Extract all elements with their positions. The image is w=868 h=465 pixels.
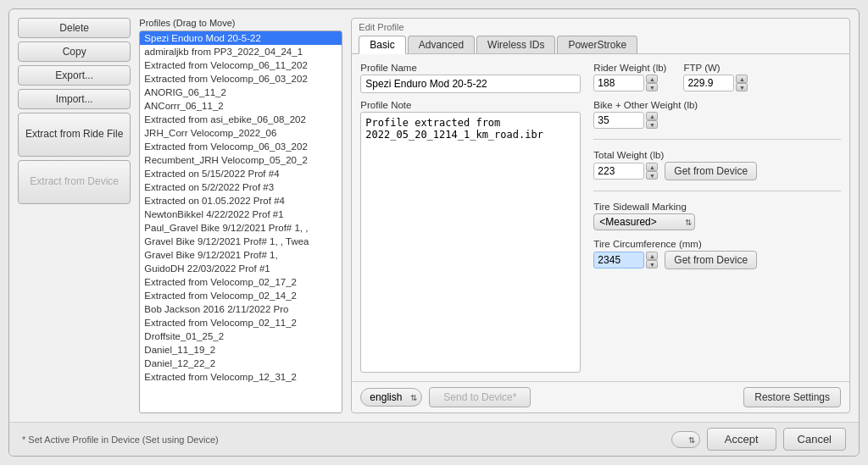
profile-list-item[interactable]: admiraljkb from PP3_2022_04_24_1	[140, 45, 342, 58]
profile-list-item[interactable]: NewtonBikkel 4/22/2022 Prof #1	[140, 208, 342, 221]
tire-circumference-field: ▲ ▼	[593, 252, 658, 268]
ftp-input[interactable]	[683, 75, 734, 91]
rider-weight-group: Rider Weight (lb) ▲ ▼	[593, 63, 666, 91]
divider-1	[593, 139, 841, 140]
get-device-button-1[interactable]: Get from Device	[665, 162, 757, 180]
import-button[interactable]: Import...	[18, 89, 131, 109]
profile-name-label: Profile Name	[360, 63, 581, 73]
tire-circumference-input[interactable]	[593, 252, 644, 268]
profile-note-label: Profile Note	[360, 100, 581, 110]
profile-note-textarea[interactable]	[360, 112, 581, 373]
extract-ride-button[interactable]: Extract from Ride File	[18, 113, 131, 157]
profile-name-input[interactable]	[360, 75, 581, 93]
profiles-label: Profiles (Drag to Move)	[139, 18, 342, 28]
left-action-buttons: Delete Copy Export... Import... Extract …	[18, 18, 131, 413]
profile-right-form: Rider Weight (lb) ▲ ▼ FTP (W)	[593, 63, 841, 373]
tab-powerstroke[interactable]: PowerStroke	[557, 36, 637, 53]
total-weight-down[interactable]: ▼	[646, 171, 658, 180]
tire-sidewall-group: Tire Sidewall Marking <Measured>	[593, 202, 841, 230]
bike-weight-field: ▲ ▼	[593, 112, 841, 129]
profile-list-item[interactable]: Gravel Bike 9/12/2021 Prof# 1, , Twea	[140, 235, 342, 248]
rider-weight-up[interactable]: ▲	[646, 75, 658, 83]
tire-circumference-label: Tire Circumference (mm)	[593, 239, 841, 249]
send-to-device-button[interactable]: Send to Device*	[429, 387, 531, 407]
ftp-down[interactable]: ▼	[736, 83, 748, 91]
total-weight-up[interactable]: ▲	[646, 163, 658, 171]
rider-weight-field: ▲ ▼	[593, 75, 666, 91]
weight-ftp-row: Rider Weight (lb) ▲ ▼ FTP (W)	[593, 63, 841, 91]
profile-list-item[interactable]: ANCorrr_06_11_2	[140, 99, 342, 113]
profile-list-item[interactable]: Extracted on 5/2/2022 Prof #3	[140, 180, 342, 194]
bike-weight-input[interactable]	[593, 112, 644, 129]
cancel-button[interactable]: Cancel	[783, 428, 846, 451]
language-select[interactable]: english	[360, 388, 422, 407]
total-weight-label: Total Weight (lb)	[593, 150, 841, 160]
bike-weight-label: Bike + Other Weight (lb)	[593, 100, 841, 110]
tire-sidewall-select[interactable]: <Measured>	[593, 213, 695, 230]
export-button[interactable]: Export...	[18, 65, 131, 86]
tire-sidewall-row: <Measured>	[593, 213, 841, 230]
total-weight-row: ▲ ▼ Get from Device	[593, 162, 841, 180]
total-weight-spinner[interactable]: ▲ ▼	[646, 163, 658, 180]
get-device-button-2[interactable]: Get from Device	[665, 251, 757, 269]
profile-list-item[interactable]: Gravel Bike 9/12/2021 Prof# 1,	[140, 248, 342, 262]
tab-advanced[interactable]: Advanced	[408, 36, 475, 53]
profile-list-item[interactable]: Extracted from Velocomp_06_11_202	[140, 58, 342, 72]
tab-basic[interactable]: Basic	[359, 36, 405, 54]
tire-sidewall-label: Tire Sidewall Marking	[593, 202, 841, 212]
profile-list-item[interactable]: Recumbent_JRH Velocomp_05_20_2	[140, 153, 342, 167]
profile-list-item[interactable]: Extracted from Velocomp_02_17_2	[140, 275, 342, 289]
profile-list-item[interactable]: Extracted from Velocomp_06_03_202	[140, 72, 342, 86]
footer: * Set Active Profile in Device (Set usin…	[9, 422, 859, 456]
profile-list-item[interactable]: JRH_Corr Velocomp_2022_06	[140, 126, 342, 140]
rider-weight-spinner[interactable]: ▲ ▼	[646, 75, 658, 91]
ftp-up[interactable]: ▲	[736, 75, 748, 83]
profile-list-item[interactable]: Spezi Enduro Mod 20-5-22	[140, 31, 342, 45]
ftp-group: FTP (W) ▲ ▼	[683, 63, 748, 91]
language-select-wrapper: english	[360, 388, 422, 407]
extract-device-button[interactable]: Extract from Device	[18, 160, 131, 204]
profile-list-item[interactable]: Extracted from Velocomp_02_14_2	[140, 289, 342, 302]
tire-circumference-up[interactable]: ▲	[646, 252, 658, 260]
profile-list-item[interactable]: Extracted on 5/15/2022 Prof #4	[140, 167, 342, 180]
profile-list-item[interactable]: Paul_Gravel Bike 9/12/2021 Prof# 1, ,	[140, 221, 342, 235]
tire-circumference-group: Tire Circumference (mm) ▲ ▼ Get from Dev…	[593, 239, 841, 269]
bottom-bar: english Send to Device* Restore Settings	[352, 381, 849, 412]
tab-wireless-ids[interactable]: Wireless IDs	[476, 36, 555, 53]
profile-list-item[interactable]: Bob Jackson 2016 2/11/2022 Pro	[140, 302, 342, 316]
tabs-bar: BasicAdvancedWireless IDsPowerStroke	[352, 32, 849, 54]
rider-weight-label: Rider Weight (lb)	[593, 63, 666, 73]
profile-list-item[interactable]: Extracted on 01.05.2022 Prof #4	[140, 194, 342, 208]
profile-list-item[interactable]: Droffsite_01_25_2	[140, 329, 342, 343]
profile-list-item[interactable]: ANORIG_06_11_2	[140, 86, 342, 99]
profile-list-item[interactable]: Extracted from Velocomp_02_11_2	[140, 316, 342, 329]
profile-list-item[interactable]: Extracted from asi_ebike_06_08_202	[140, 113, 342, 126]
copy-button[interactable]: Copy	[18, 42, 131, 62]
ftp-label: FTP (W)	[683, 63, 748, 73]
rider-weight-input[interactable]	[593, 75, 644, 91]
profiles-list[interactable]: Spezi Enduro Mod 20-5-22admiraljkb from …	[139, 30, 342, 413]
profile-list-item[interactable]: Daniel_12_22_2	[140, 357, 342, 370]
restore-settings-button[interactable]: Restore Settings	[743, 387, 841, 407]
bike-weight-down[interactable]: ▼	[646, 120, 658, 129]
profile-list-item[interactable]: Daniel_11_19_2	[140, 343, 342, 357]
profile-list-item[interactable]: Extracted from Velocomp_12_31_2	[140, 370, 342, 384]
bike-weight-spinner[interactable]: ▲ ▼	[646, 112, 658, 129]
ftp-spinner[interactable]: ▲ ▼	[736, 75, 748, 91]
footer-select[interactable]	[671, 431, 700, 448]
footer-select-wrapper	[671, 431, 700, 448]
total-weight-input[interactable]	[593, 163, 644, 180]
tire-circumference-down[interactable]: ▼	[646, 260, 658, 268]
footer-note: * Set Active Profile in Device (Set usin…	[22, 435, 665, 445]
delete-button[interactable]: Delete	[18, 18, 131, 38]
divider-2	[593, 191, 841, 191]
bike-weight-group: Bike + Other Weight (lb) ▲ ▼	[593, 100, 841, 129]
accept-button[interactable]: Accept	[707, 428, 776, 451]
ftp-field: ▲ ▼	[683, 75, 748, 91]
profile-list-item[interactable]: Extracted from Velocomp_06_03_202	[140, 140, 342, 153]
profile-list-item[interactable]: GuidoDH 22/03/2022 Prof #1	[140, 262, 342, 275]
tire-circumference-spinner[interactable]: ▲ ▼	[646, 252, 658, 268]
bike-weight-up[interactable]: ▲	[646, 112, 658, 120]
edit-profile-panel: Edit Profile BasicAdvancedWireless IDsPo…	[351, 18, 850, 413]
rider-weight-down[interactable]: ▼	[646, 83, 658, 91]
